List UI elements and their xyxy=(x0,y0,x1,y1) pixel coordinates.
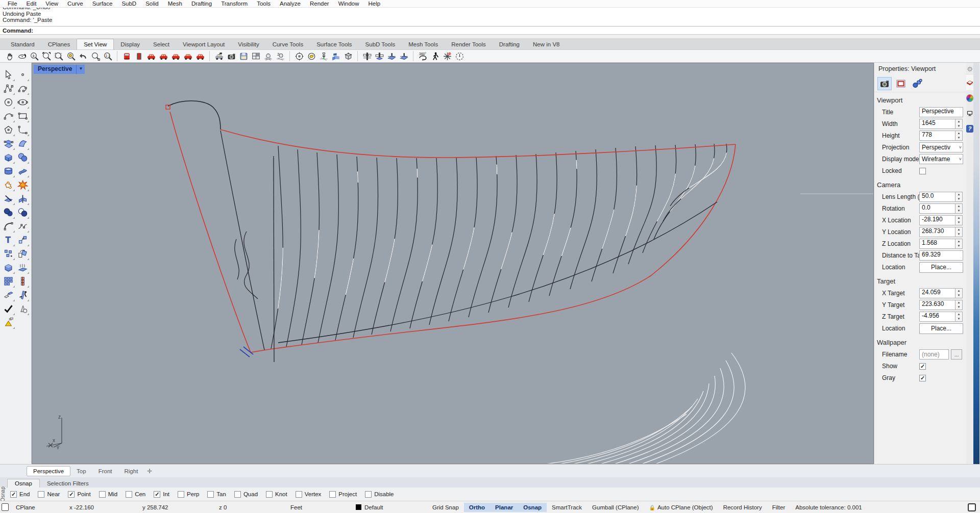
spinner-down-icon[interactable]: ▼ xyxy=(955,209,962,213)
text-object-icon[interactable]: T xyxy=(2,233,15,247)
zoom-1to1-icon[interactable]: 1:1 xyxy=(102,50,114,62)
surface-from-curves-icon[interactable] xyxy=(16,137,30,150)
osnap-option-near[interactable]: Near xyxy=(35,491,63,498)
zoom-selected-icon[interactable] xyxy=(65,50,77,62)
help-icon[interactable]: ? xyxy=(966,121,973,136)
view-front-icon[interactable] xyxy=(120,50,133,62)
spinner-up-icon[interactable]: ▲ xyxy=(955,192,962,197)
zoom-extents-icon[interactable] xyxy=(40,50,53,62)
polygon-icon[interactable] xyxy=(2,123,15,137)
checkbox-point[interactable]: ✓ xyxy=(68,491,75,498)
solid-union-icon[interactable] xyxy=(2,261,15,274)
tab-select[interactable]: Select xyxy=(146,39,176,49)
status-default[interactable]: Default xyxy=(351,503,427,512)
checkbox-end[interactable]: ✓ xyxy=(10,491,17,498)
view-left-icon[interactable] xyxy=(157,50,169,62)
puzzle-boolean-icon[interactable] xyxy=(2,178,15,192)
spinner-up-icon[interactable]: ▲ xyxy=(955,131,962,136)
menu-file[interactable]: File xyxy=(3,1,22,7)
view-perspective-icon[interactable] xyxy=(194,50,206,62)
plan-view-top-icon[interactable] xyxy=(361,50,373,62)
undo-view-change-icon[interactable] xyxy=(77,50,89,62)
menu-subd[interactable]: SubD xyxy=(117,1,141,7)
viewport-perspective[interactable]: Perspective ▼ z x y xyxy=(32,63,874,464)
prop-input-x-location[interactable]: -28.190 xyxy=(919,215,955,225)
gear-icon[interactable]: ⚙ xyxy=(966,63,973,75)
prop-input-title[interactable]: Perspective xyxy=(919,107,963,117)
osnap-option-quad[interactable]: Quad xyxy=(231,491,261,498)
command-history[interactable]: Command: _UndoUndoing PasteCommand: '_Pa… xyxy=(0,8,980,27)
spinner-down-icon[interactable]: ▼ xyxy=(955,220,962,225)
set-camera-target-icon[interactable] xyxy=(293,50,305,62)
check-select-icon[interactable] xyxy=(2,302,15,316)
interpolate-curve-icon[interactable] xyxy=(16,82,30,95)
viewport-tab-right[interactable]: Right xyxy=(118,467,144,476)
named-views-icon[interactable] xyxy=(342,50,354,62)
status-grid-snap[interactable]: Grid Snap xyxy=(427,503,464,512)
osnap-option-int[interactable]: ✓Int xyxy=(151,491,173,498)
spinner-down-icon[interactable]: ▼ xyxy=(955,124,962,129)
surface-from-points-icon[interactable] xyxy=(2,137,15,150)
boolean-difference-icon[interactable] xyxy=(16,206,30,219)
status-cplane[interactable]: CPlane xyxy=(11,503,64,512)
checkbox-disable[interactable] xyxy=(365,491,372,498)
arc-icon[interactable] xyxy=(2,109,15,123)
cone-primitive-icon[interactable] xyxy=(16,302,30,316)
viewport-tab-top[interactable]: Top xyxy=(70,467,92,476)
zoom-window-icon[interactable] xyxy=(53,50,65,62)
circle-icon[interactable] xyxy=(2,95,15,109)
tab-viewport-layout[interactable]: Viewport Layout xyxy=(176,39,231,49)
panel-icon[interactable] xyxy=(2,503,9,511)
osnap-option-vertex[interactable]: Vertex xyxy=(292,491,325,498)
menu-transform[interactable]: Transform xyxy=(216,1,252,7)
prop-input-height[interactable]: 778 xyxy=(919,131,955,141)
array-linear-icon[interactable] xyxy=(16,274,30,288)
object-camera-icon[interactable] xyxy=(877,77,892,90)
viewport-tab-perspective[interactable]: Perspective xyxy=(27,466,70,476)
checkbox-perp[interactable] xyxy=(178,491,184,498)
spinner-up-icon[interactable]: ▲ xyxy=(955,227,962,232)
zoom-target-icon[interactable] xyxy=(89,50,102,62)
menu-analyze[interactable]: Analyze xyxy=(275,1,305,7)
tab-subd-tools[interactable]: SubD Tools xyxy=(359,39,402,49)
tab-cplanes[interactable]: CPlanes xyxy=(41,39,77,49)
boolean-union-icon[interactable] xyxy=(2,206,15,219)
prop-input-lens-length-[interactable]: 50.0 xyxy=(919,192,955,202)
menu-drafting[interactable]: Drafting xyxy=(187,1,216,7)
status-filter[interactable]: Filter xyxy=(767,503,791,512)
single-point-icon[interactable] xyxy=(16,68,30,82)
curve-corner-icon[interactable] xyxy=(16,123,30,137)
trim-icon[interactable] xyxy=(2,192,15,206)
status-ortho[interactable]: Ortho xyxy=(464,503,490,512)
spinner-up-icon[interactable]: ▲ xyxy=(955,204,962,209)
add-viewport-button[interactable]: ✛ xyxy=(147,468,152,475)
tab-render-tools[interactable]: Render Tools xyxy=(445,39,493,49)
place-target-icon[interactable] xyxy=(317,50,330,62)
viewport-properties-icon[interactable] xyxy=(894,77,908,90)
ellipse-icon[interactable] xyxy=(16,95,30,109)
tab-osnap[interactable]: Osnap xyxy=(7,479,40,488)
status-planar[interactable]: Planar xyxy=(490,503,518,512)
menu-view[interactable]: View xyxy=(41,1,63,7)
panel-toggle-icon[interactable] xyxy=(968,503,976,511)
explode-icon[interactable] xyxy=(16,178,30,192)
clock-dial-icon[interactable] xyxy=(453,50,465,62)
free-form-surface-icon[interactable] xyxy=(16,164,30,178)
properties-wedge-icon[interactable] xyxy=(966,75,973,90)
array-icon[interactable] xyxy=(2,274,15,288)
camera-properties-icon[interactable] xyxy=(225,50,237,62)
save-named-view-icon[interactable] xyxy=(237,50,250,62)
spinner-up-icon[interactable]: ▲ xyxy=(955,312,962,317)
prop-input-distance-to-ta[interactable]: 69.329 xyxy=(919,250,963,261)
prop-checkbox-locked[interactable] xyxy=(919,168,926,174)
osnap-option-end[interactable]: ✓End xyxy=(7,491,33,498)
checkbox-project[interactable] xyxy=(329,491,336,498)
osnap-option-project[interactable]: Project xyxy=(326,491,360,498)
menu-window[interactable]: Window xyxy=(334,1,364,7)
view-back-icon[interactable] xyxy=(133,50,145,62)
two-point-perspective-icon[interactable]: 2 xyxy=(274,50,286,62)
osnap-option-cen[interactable]: Cen xyxy=(122,491,149,498)
zoom-dynamic-icon[interactable]: ± xyxy=(28,50,40,62)
spinner-down-icon[interactable]: ▼ xyxy=(955,232,962,237)
osnap-option-mid[interactable]: Mid xyxy=(96,491,121,498)
